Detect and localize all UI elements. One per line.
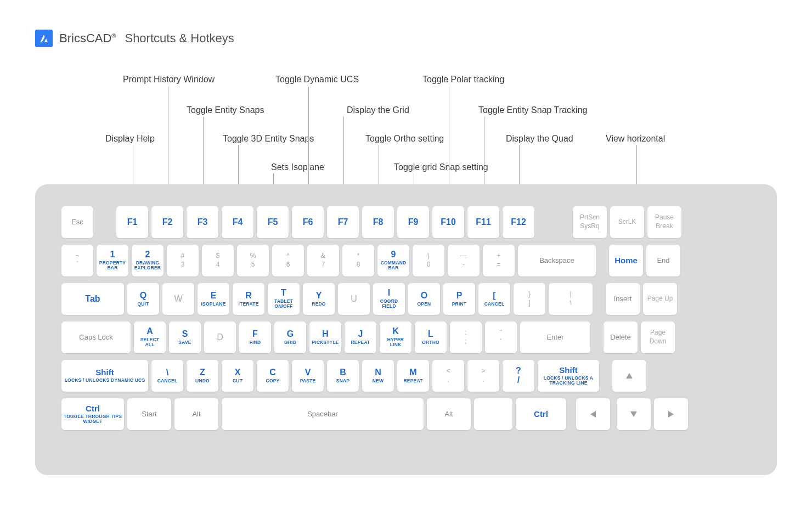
key-d[interactable]: D	[204, 321, 236, 353]
key-ctrl-right[interactable]: Ctrl	[516, 398, 566, 430]
key-delete[interactable]: Delete	[604, 321, 638, 353]
key-9[interactable]: 9COMMAND BAR	[377, 245, 409, 276]
key-c[interactable]: CCOPY	[257, 360, 289, 392]
key-q[interactable]: QQUIT	[127, 283, 159, 315]
page-title: Shortcuts & Hotkeys	[125, 31, 234, 46]
key-insert[interactable]: Insert	[606, 283, 640, 315]
key-ctrl-left[interactable]: CtrlTOGGLE THROUGH TIPS WIDGET	[61, 398, 124, 430]
arrow-up-icon	[625, 372, 633, 380]
key-backslash2[interactable]: \CANCEL	[151, 360, 183, 392]
key-f8[interactable]: F8	[362, 206, 394, 238]
key-4[interactable]: $4	[202, 245, 234, 276]
key-p[interactable]: PPRINT	[443, 283, 475, 315]
key-x[interactable]: XCUT	[222, 360, 253, 392]
key-y[interactable]: YREDO	[303, 283, 335, 315]
arrow-down-icon	[630, 410, 638, 418]
key-i[interactable]: ICOORD FIELD	[373, 283, 405, 315]
key-pageup[interactable]: Page Up	[643, 283, 677, 315]
key-6[interactable]: ^6	[272, 245, 304, 276]
key-backslash[interactable]: |\	[549, 283, 593, 315]
key-v[interactable]: VPASTE	[292, 360, 324, 392]
key-arrow-down[interactable]	[617, 398, 651, 430]
key-m[interactable]: MREPEAT	[397, 360, 429, 392]
key-alt-right[interactable]: Alt	[427, 398, 471, 430]
key-f1[interactable]: F1	[116, 206, 148, 238]
key-e[interactable]: EISOPLANE	[198, 283, 229, 315]
key-t[interactable]: TTABLET ON/OFF	[268, 283, 300, 315]
key-enter[interactable]: Enter	[520, 321, 590, 353]
key-quote[interactable]: "'	[485, 321, 517, 353]
key-home[interactable]: Home	[609, 245, 643, 276]
key-dash[interactable]: —-	[448, 245, 480, 276]
key-f6[interactable]: F6	[292, 206, 324, 238]
key-2[interactable]: 2DRAWING EXPLORER	[132, 245, 163, 276]
key-f12[interactable]: F12	[503, 206, 534, 238]
key-comma[interactable]: <,	[432, 360, 464, 392]
key-dot[interactable]: >.	[467, 360, 499, 392]
key-prtscn[interactable]: PrtScn SysRq	[573, 206, 607, 238]
key-pagedown[interactable]: Page Down	[641, 321, 675, 353]
key-f7[interactable]: F7	[327, 206, 359, 238]
keyboard: Esc F1 F2 F3 F4 F5 F6 F7 F8 F9 F10 F11 F…	[35, 184, 777, 475]
key-shift-right[interactable]: ShiftLOCKS / UNLOCKS A TRACKING LINE	[538, 360, 599, 392]
key-1[interactable]: 1PROPERTY BAR	[97, 245, 128, 276]
key-f10[interactable]: F10	[432, 206, 464, 238]
key-tab[interactable]: Tab	[61, 283, 124, 315]
brand-logo-icon	[35, 30, 53, 47]
key-shift-left[interactable]: ShiftLOCKS / UNLOCKS DYNAMIC UCS	[61, 360, 148, 392]
key-tilde[interactable]: ~`	[61, 245, 93, 276]
key-semicolon[interactable]: :;	[450, 321, 482, 353]
key-r[interactable]: RITERATE	[233, 283, 264, 315]
key-f11[interactable]: F11	[467, 206, 499, 238]
row-zxcv: ShiftLOCKS / UNLOCKS DYNAMIC UCS \CANCEL…	[61, 360, 751, 392]
key-o[interactable]: OOPEN	[408, 283, 440, 315]
key-f2[interactable]: F2	[151, 206, 183, 238]
key-f4[interactable]: F4	[222, 206, 253, 238]
key-arrow-right[interactable]	[654, 398, 688, 430]
label-f11: Toggle Entity Snap Tracking	[478, 105, 587, 115]
key-f3[interactable]: F3	[187, 206, 218, 238]
key-menu[interactable]	[474, 398, 512, 430]
key-backspace[interactable]: Backspace	[518, 245, 596, 276]
key-alt-left[interactable]: Alt	[174, 398, 218, 430]
key-slash[interactable]: ?/	[503, 360, 534, 392]
key-b[interactable]: BSNAP	[327, 360, 359, 392]
key-lbracket[interactable]: [CANCEL	[478, 283, 510, 315]
key-s[interactable]: SSAVE	[169, 321, 201, 353]
key-n[interactable]: NNEW	[362, 360, 394, 392]
key-8[interactable]: *8	[342, 245, 374, 276]
key-h[interactable]: HPICKSTYLE	[309, 321, 341, 353]
key-arrow-up[interactable]	[612, 360, 646, 392]
page-header: BricsCAD® Shortcuts & Hotkeys	[35, 30, 234, 47]
key-3[interactable]: #3	[167, 245, 199, 276]
key-z[interactable]: ZUNDO	[187, 360, 218, 392]
key-l[interactable]: LORTHO	[415, 321, 447, 353]
key-u[interactable]: U	[338, 283, 370, 315]
key-capslock[interactable]: Caps Lock	[61, 321, 131, 353]
key-a[interactable]: ASELECT ALL	[134, 321, 166, 353]
key-g[interactable]: GGRID	[274, 321, 306, 353]
key-end[interactable]: End	[646, 245, 680, 276]
row-number: ~` 1PROPERTY BAR 2DRAWING EXPLORER #3 $4…	[61, 245, 751, 276]
key-scrlk[interactable]: ScrLK	[610, 206, 644, 238]
key-f5[interactable]: F5	[257, 206, 289, 238]
key-arrow-left[interactable]	[576, 398, 610, 430]
key-pause[interactable]: Pause Break	[647, 206, 681, 238]
label-f6: Toggle Dynamic UCS	[275, 75, 359, 84]
key-f[interactable]: FFIND	[239, 321, 271, 353]
label-f7: Display the Grid	[347, 105, 409, 115]
key-spacebar[interactable]: Spacebar	[222, 398, 424, 430]
arrow-right-icon	[667, 410, 675, 418]
label-f1: Display Help	[105, 134, 155, 144]
key-rbracket[interactable]: }]	[514, 283, 545, 315]
key-start[interactable]: Start	[127, 398, 171, 430]
key-5[interactable]: %5	[237, 245, 269, 276]
key-esc[interactable]: Esc	[61, 206, 93, 238]
key-f9[interactable]: F9	[397, 206, 429, 238]
key-7[interactable]: &7	[307, 245, 339, 276]
key-equals[interactable]: +=	[483, 245, 515, 276]
key-w[interactable]: W	[162, 283, 194, 315]
key-k[interactable]: KHYPER LINK	[380, 321, 411, 353]
key-j[interactable]: JREPEAT	[345, 321, 376, 353]
key-0[interactable]: )0	[413, 245, 444, 276]
